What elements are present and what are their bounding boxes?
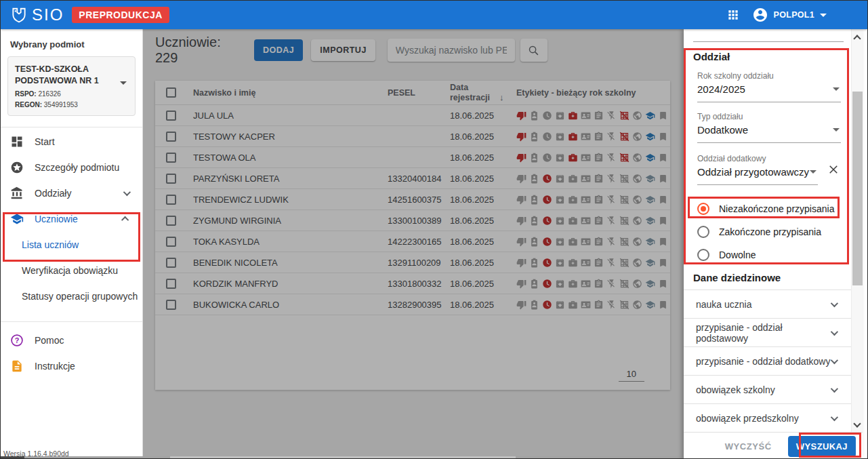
chevron-down-icon (831, 356, 838, 363)
sidebar-item-szczegoly-podmiotu[interactable]: Szczegóły podmiotu (1, 155, 142, 180)
chevron-down-icon (833, 87, 840, 91)
sidebar-item-instrukcje[interactable]: Instrukcje (1, 353, 142, 379)
sidebar-item-label: Pomoc (35, 335, 64, 346)
clear-filters-button[interactable]: WYCZYŚĆ (725, 441, 772, 452)
field-label: Rok szkolny oddziału (697, 71, 841, 81)
radio-icon (697, 226, 709, 238)
field-value: 2024/2025 (697, 83, 833, 95)
document-icon (10, 359, 24, 373)
accordion-item[interactable]: obowiązek szkolny (684, 376, 851, 404)
entity-card[interactable]: TEST-KD-SZKOŁA PODSTAWOWA NR 1 RSPO: 216… (7, 56, 136, 116)
user-menu[interactable]: POLPOL1 (752, 7, 827, 23)
sidebar-item-label: Weryfikacja obowiązku (22, 265, 118, 276)
regon-label: REGON: (15, 101, 42, 108)
accordion-label: obowiązek przedszkolny (696, 413, 831, 424)
chevron-down-icon (833, 128, 840, 132)
field-label: Oddział dodatkowy (697, 154, 818, 163)
apps-grid-icon[interactable] (726, 8, 740, 22)
accordion-item[interactable]: obowiązek przedszkolny (684, 404, 851, 433)
radio-selected-icon (697, 203, 709, 215)
user-avatar-icon (752, 7, 768, 23)
panel-scrollbar[interactable] (851, 29, 863, 432)
environment-badge: PREPRODUKCJA (72, 7, 169, 23)
top-bar: SIO PREPRODUKCJA POLPOL1 (1, 1, 867, 29)
sio-logo-icon (10, 6, 28, 24)
star-circle-icon (10, 161, 24, 174)
sidebar-item-statusy-operacji-grupowych[interactable]: Statusy operacji grupowych (1, 283, 142, 309)
field-label: Typ oddziału (697, 112, 841, 121)
sidebar-item-start[interactable]: Start (1, 129, 142, 155)
sidebar-item-label: Szczegóły podmiotu (35, 162, 119, 173)
entity-name: TEST-KD-SZKOŁA PODSTAWOWA NR 1 (15, 64, 104, 87)
chevron-down-icon (831, 384, 838, 392)
help-icon (10, 334, 24, 347)
divider (1, 127, 142, 127)
truncated-field-divider (693, 41, 844, 42)
scroll-down-icon[interactable] (853, 420, 861, 427)
sidebar-item-lista-uczniow[interactable]: Lista uczniów (1, 232, 142, 258)
chevron-down-icon (820, 14, 827, 17)
entity-regon: REGON: 354991953 (15, 101, 117, 108)
accordion-label: nauka ucznia (696, 299, 831, 310)
logo-text: SIO (32, 5, 64, 24)
regon-value: 354991953 (44, 101, 78, 108)
sidebar-item-label: Instrukcje (35, 361, 75, 372)
filter-panel: Oddział Rok szkolny oddziału 2024/2025 T… (684, 29, 863, 459)
scrollbar-thumb[interactable] (170, 456, 516, 459)
chevron-down-icon (831, 299, 838, 306)
sidebar-item-label: Lista uczniów (22, 239, 79, 250)
sidebar-item-uczniowie[interactable]: Uczniowie (1, 206, 142, 232)
sidebar-item-label: Statusy operacji grupowych (22, 291, 138, 302)
horizontal-scrollbar[interactable] (1, 456, 684, 459)
radio-label: Zakończone przypisania (719, 226, 821, 237)
radio-niezakonczone-przypisania[interactable]: Niezakończone przypisania (697, 197, 841, 220)
scrollbar-thumb[interactable] (852, 92, 863, 285)
dim-overlay (143, 29, 684, 459)
sidebar-menu: Start Szczegóły podmiotu Oddziały Ucznio… (1, 129, 142, 309)
sidebar-item-pomoc[interactable]: Pomoc (1, 327, 142, 353)
assignment-radio-group: Niezakończone przypisania Zakończone prz… (697, 197, 841, 266)
user-name: POLPOL1 (774, 10, 814, 20)
close-icon (827, 163, 840, 176)
accordion-label: przypisanie - oddział dodatkowy (696, 356, 831, 367)
graduation-cap-icon (10, 212, 24, 226)
chevron-up-icon (121, 216, 129, 224)
accordion-list: nauka ucznia przypisanie - oddział podst… (684, 290, 851, 433)
chevron-down-icon (810, 170, 817, 174)
radio-label: Niezakończone przypisania (719, 203, 834, 214)
chevron-down-icon (120, 81, 127, 85)
app-logo[interactable]: SIO (10, 5, 64, 24)
radio-label: Dowolne (719, 250, 756, 260)
field-oddzial-dodatkowy[interactable]: Oddział dodatkowy Oddział przygotowawczy (697, 154, 818, 185)
accordion-item[interactable]: przypisanie - oddział dodatkowy (684, 347, 851, 376)
scroll-up-icon[interactable] (853, 35, 861, 42)
dashboard-icon (10, 135, 24, 148)
scrollbar-thumb[interactable] (1, 456, 24, 459)
apply-filters-button[interactable]: WYSZUKAJ (788, 436, 856, 457)
clear-field-button[interactable] (827, 163, 841, 177)
sidebar-item-weryfikacja-obowiazku[interactable]: Weryfikacja obowiązku (1, 258, 142, 283)
rspo-value: 216326 (38, 90, 60, 98)
sidebar-item-label: Start (35, 136, 55, 147)
domain-section-title: Dane dziedzinowe (693, 272, 781, 283)
rspo-label: RSPO: (15, 90, 37, 98)
sidebar-item-label: Oddziały (35, 188, 71, 199)
divider (1, 321, 142, 322)
field-typ-oddzialu[interactable]: Typ oddziału Dodatkowe (697, 112, 841, 143)
selected-entity-label: Wybrany podmiot (10, 39, 142, 49)
chevron-down-icon (831, 413, 838, 420)
accordion-item[interactable]: przypisanie - oddział podstawowy (684, 319, 851, 347)
entity-rspo: RSPO: 216326 (15, 90, 117, 98)
field-rok-szkolny-oddzialu[interactable]: Rok szkolny oddziału 2024/2025 (697, 71, 841, 102)
chevron-down-icon (123, 188, 131, 196)
radio-zakonczone-przypisania[interactable]: Zakończone przypisania (697, 220, 841, 243)
accordion-label: przypisanie - oddział podstawowy (696, 322, 831, 344)
filter-actions: WYCZYŚĆ WYSZUKAJ (684, 432, 863, 459)
sidebar: Wybrany podmiot TEST-KD-SZKOŁA PODSTAWOW… (1, 29, 143, 459)
sidebar-item-oddzialy[interactable]: Oddziały (1, 180, 142, 206)
field-value: Oddział przygotowawczy (697, 166, 810, 178)
accordion-item[interactable]: nauka ucznia (684, 290, 851, 319)
radio-dowolne[interactable]: Dowolne (697, 243, 841, 266)
chevron-down-icon (831, 327, 838, 335)
sidebar-item-label: Uczniowie (35, 214, 78, 224)
